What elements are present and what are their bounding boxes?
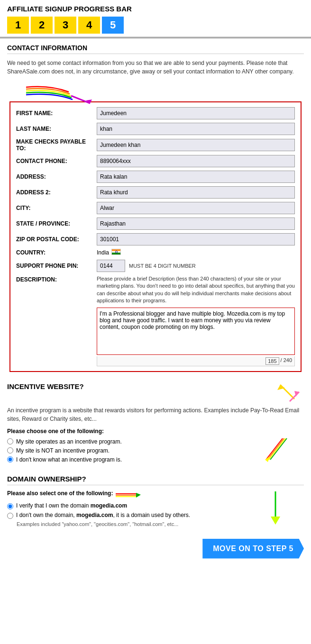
incentive-section: INCENTIVE WEBSITE? An incentive program … [0, 378, 311, 470]
last-name-input[interactable] [97, 123, 295, 135]
last-name-label: LAST NAME: [16, 126, 97, 132]
domain-option-2-text: I don't own the domain, mogedia.com, it … [16, 512, 190, 518]
incentive-radio-3[interactable] [7, 456, 13, 463]
incentive-description: An incentive program is a website that r… [7, 406, 304, 423]
domain-option-2-prefix: I don't own the domain, [16, 512, 76, 518]
desc-note: Please provide a brief Description (less… [97, 275, 295, 305]
contact-section: CONTACT INFORMATION We need to get some … [0, 38, 311, 378]
address-input[interactable] [97, 171, 295, 183]
svg-marker-14 [136, 493, 141, 498]
domain-radio-2[interactable] [7, 513, 13, 519]
progress-bar: 1 2 3 4 5 [7, 17, 304, 34]
header: AFFILIATE SIGNUP PROGRESS BAR 1 2 3 4 5 [0, 0, 311, 37]
svg-line-9 [270, 438, 287, 460]
first-name-input[interactable] [97, 107, 295, 119]
domain-option-1-prefix: I verify that I own the domain [16, 502, 91, 509]
incentive-options-area: My site operates as an incentive program… [7, 438, 304, 463]
step-2: 2 [31, 17, 53, 34]
india-flag-icon [111, 249, 121, 256]
move-to-step5-button[interactable]: MOVE ON TO STEP 5 [202, 539, 304, 559]
pin-note: MUST BE 4 DIGIT NUMBER [129, 263, 196, 269]
address2-label: ADDRESS 2: [16, 189, 97, 196]
phone-label: CONTACT PHONE: [16, 158, 97, 164]
incentive-option-3-label: I don't know what an incentive program i… [16, 456, 122, 463]
svg-line-7 [267, 438, 284, 460]
incentive-title: INCENTIVE WEBSITE? [7, 382, 84, 390]
checks-label: MAKE CHECKS PAYABLE TO: [16, 138, 97, 152]
options-arrow-icon [256, 434, 294, 472]
domain-radio-1[interactable] [7, 503, 13, 509]
pin-row: SUPPORT PHONE PIN: MUST BE 4 DIGIT NUMBE… [16, 260, 295, 272]
svg-line-6 [266, 438, 283, 460]
address2-row: ADDRESS 2: [16, 186, 295, 199]
rainbow-arrow-icon [21, 82, 116, 106]
page-title: AFFILIATE SIGNUP PROGRESS BAR [7, 5, 304, 13]
step-1: 1 [7, 17, 29, 34]
zip-label: ZIP OR POSTAL CODE: [16, 236, 97, 243]
address-label: ADDRESS: [16, 173, 97, 180]
phone-input[interactable] [97, 155, 295, 167]
step-4: 4 [78, 17, 100, 34]
contact-description: We need to get some contact information … [7, 59, 304, 76]
phone-row: CONTACT PHONE: [16, 155, 295, 167]
contact-section-title: CONTACT INFORMATION [7, 44, 304, 54]
char-count-display: 185 / 240 [97, 356, 295, 366]
state-label: STATE / PROVINCE: [16, 220, 97, 227]
domain-down-arrow-icon [261, 489, 290, 527]
zip-row: ZIP OR POSTAL CODE: [16, 233, 295, 245]
domain-option-2-suffix: , it is a domain used by others. [113, 512, 190, 518]
desc-label: DESCRIPTION: [16, 275, 97, 283]
country-label: COUNTRY: [16, 249, 97, 256]
char-max: / 240 [281, 357, 292, 365]
checks-row: MAKE CHECKS PAYABLE TO: [16, 138, 295, 152]
char-current: 185 [265, 357, 279, 365]
incentive-option-2-label: My site is NOT an incentive program. [16, 447, 110, 454]
pin-label: SUPPORT PHONE PIN: [16, 263, 97, 269]
decorative-arrow-area [21, 82, 304, 106]
incentive-option-1-label: My site operates as an incentive program… [16, 438, 122, 445]
domain-option-1-text: I verify that I own the domain mogedia.c… [16, 502, 127, 509]
submit-area: MOVE ON TO STEP 5 [0, 532, 311, 568]
domain-title: DOMAIN OWNERSHIP? [7, 475, 304, 485]
domain-option-2-bold: mogedia.com [76, 512, 113, 518]
last-name-row: LAST NAME: [16, 123, 295, 135]
step-3: 3 [55, 17, 76, 34]
incentive-radio-2[interactable] [7, 447, 13, 454]
city-row: CITY: [16, 202, 295, 214]
country-text: India [97, 249, 109, 256]
address2-input[interactable] [97, 186, 295, 199]
domain-choose-area: Please also select one of the following: [7, 489, 304, 499]
incentive-arrow-icon [266, 378, 304, 406]
desc-note-row: DESCRIPTION: Please provide a brief Desc… [16, 275, 295, 305]
pin-input[interactable] [97, 260, 125, 272]
city-input[interactable] [97, 202, 295, 214]
city-label: CITY: [16, 205, 97, 211]
svg-line-8 [269, 438, 285, 460]
checks-input[interactable] [97, 139, 295, 151]
domain-option-1-bold: mogedia.com [91, 502, 127, 509]
contact-form: FIRST NAME: LAST NAME: MAKE CHECKS PAYAB… [9, 101, 302, 372]
domain-choose-label: Please also select one of the following: [7, 489, 304, 499]
zip-input[interactable] [97, 233, 295, 245]
state-row: STATE / PROVINCE: [16, 218, 295, 230]
domain-option-2: I don't own the domain, mogedia.com, it … [7, 512, 304, 519]
desc-textarea[interactable]: I'm a Professional blogger and have mult… [97, 308, 295, 355]
step-5: 5 [102, 17, 124, 34]
address-row: ADDRESS: [16, 171, 295, 183]
svg-marker-16 [271, 517, 280, 525]
svg-line-0 [71, 96, 90, 103]
first-name-row: FIRST NAME: [16, 107, 295, 119]
domain-option-1: I verify that I own the domain mogedia.c… [7, 502, 304, 509]
country-row: COUNTRY: India [16, 249, 295, 256]
domain-section: DOMAIN OWNERSHIP? Please also select one… [0, 470, 311, 532]
domain-arrow-icon [115, 489, 143, 499]
country-value: India [97, 249, 121, 256]
desc-textarea-wrapper: I'm a Professional blogger and have mult… [97, 308, 295, 366]
incentive-radio-1[interactable] [7, 438, 13, 444]
state-input[interactable] [97, 218, 295, 230]
first-name-label: FIRST NAME: [16, 110, 97, 117]
